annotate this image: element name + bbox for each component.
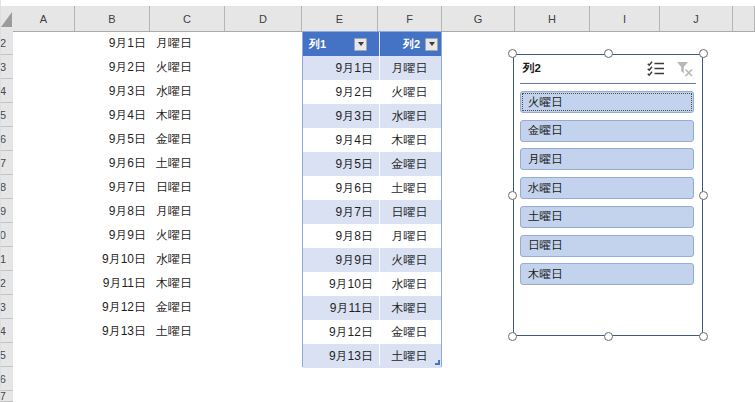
excel-table: 列1 列2 9月1日月曜日9月2日火曜日9月3日水曜日9月4日木曜日9月5日金曜… [302, 31, 442, 367]
slicer-header-divider [520, 83, 696, 84]
sheet-cell-date[interactable]: 9月7日 [75, 175, 150, 199]
slicer-item-日曜日[interactable]: 日曜日 [520, 235, 694, 257]
sheet-cell-day[interactable]: 水曜日 [150, 79, 225, 103]
selection-handle-top-left[interactable] [508, 49, 517, 58]
table-header-col1[interactable]: 列1 [303, 32, 378, 56]
selection-handle-top-right[interactable] [699, 49, 708, 58]
slicer-item-火曜日[interactable]: 火曜日 [520, 91, 694, 113]
table-header-col2-label: 列2 [403, 37, 420, 52]
sheet-cell-date[interactable]: 9月5日 [75, 127, 150, 151]
table-cell-date[interactable]: 9月4日 [303, 128, 378, 152]
sheet-cell-date[interactable]: 9月13日 [75, 319, 150, 343]
slicer-item-水曜日[interactable]: 水曜日 [520, 177, 694, 199]
sheet-cell-date[interactable]: 9月4日 [75, 103, 150, 127]
selection-handle-bottom-center[interactable] [604, 332, 613, 341]
table-cell-date[interactable]: 9月1日 [303, 56, 378, 80]
table-cell-date[interactable]: 9月9日 [303, 248, 378, 272]
table-cell-date[interactable]: 9月2日 [303, 80, 378, 104]
sheet-cell-day[interactable]: 火曜日 [150, 223, 225, 247]
table-row[interactable]: 9月12日金曜日 [303, 320, 441, 344]
sheet-cell-day[interactable]: 金曜日 [150, 127, 225, 151]
sheet-cell-date[interactable]: 9月8日 [75, 199, 150, 223]
table-cell-day[interactable]: 水曜日 [378, 104, 441, 128]
sheet-cell-date[interactable]: 9月1日 [75, 31, 150, 55]
multi-select-icon[interactable] [647, 61, 665, 77]
selection-handle-bottom-left[interactable] [508, 332, 517, 341]
table-cell-date[interactable]: 9月6日 [303, 176, 378, 200]
sheet-cell-day[interactable]: 月曜日 [150, 199, 225, 223]
slicer-title: 列2 [523, 61, 541, 76]
table-row[interactable]: 9月8日月曜日 [303, 224, 441, 248]
table-cell-day[interactable]: 木曜日 [378, 128, 441, 152]
selection-handle-middle-left[interactable] [508, 191, 517, 200]
table-cell-date[interactable]: 9月5日 [303, 152, 378, 176]
table-cell-day[interactable]: 土曜日 [378, 344, 441, 368]
sheet-cell-day[interactable]: 土曜日 [150, 319, 225, 343]
slicer-item-土曜日[interactable]: 土曜日 [520, 206, 694, 228]
table-cell-day[interactable]: 月曜日 [378, 56, 441, 80]
slicer-item-木曜日[interactable]: 木曜日 [520, 263, 694, 285]
table-header-col2[interactable]: 列2 [378, 32, 441, 56]
excel-worksheet: ABCDEFGHIJ 234567891011121314151617 9月1日… [0, 0, 755, 402]
selection-handle-bottom-right[interactable] [699, 332, 708, 341]
dropdown-arrow-icon [429, 42, 435, 46]
table-cell-day[interactable]: 金曜日 [378, 320, 441, 344]
sheet-cell-day[interactable]: 水曜日 [150, 247, 225, 271]
table-cell-day[interactable]: 水曜日 [378, 272, 441, 296]
table-cell-date[interactable]: 9月7日 [303, 200, 378, 224]
sheet-cell-date[interactable]: 9月2日 [75, 55, 150, 79]
table-row[interactable]: 9月1日月曜日 [303, 56, 441, 80]
slicer-item-月曜日[interactable]: 月曜日 [520, 148, 694, 170]
sheet-cell-date[interactable]: 9月11日 [75, 271, 150, 295]
table-cell-date[interactable]: 9月11日 [303, 296, 378, 320]
dropdown-arrow-icon [358, 42, 364, 46]
clear-filter-icon[interactable] [676, 61, 693, 77]
sheet-cell-date[interactable]: 9月6日 [75, 151, 150, 175]
sheet-cell-day[interactable]: 金曜日 [150, 295, 225, 319]
sheet-cell-date[interactable]: 9月10日 [75, 247, 150, 271]
table-header-row: 列1 列2 [303, 32, 441, 56]
sheet-cell-day[interactable]: 木曜日 [150, 271, 225, 295]
table-row[interactable]: 9月10日水曜日 [303, 272, 441, 296]
sheet-cell-date[interactable]: 9月12日 [75, 295, 150, 319]
table-row[interactable]: 9月13日土曜日 [303, 344, 441, 368]
table-resize-handle[interactable] [435, 360, 440, 365]
table-row[interactable]: 9月2日火曜日 [303, 80, 441, 104]
table-cell-day[interactable]: 木曜日 [378, 296, 441, 320]
table-cell-date[interactable]: 9月12日 [303, 320, 378, 344]
table-row[interactable]: 9月5日金曜日 [303, 152, 441, 176]
table-cell-date[interactable]: 9月13日 [303, 344, 378, 368]
table-column-divider [379, 32, 380, 366]
sheet-cell-day[interactable]: 火曜日 [150, 55, 225, 79]
sheet-cell-date[interactable]: 9月3日 [75, 79, 150, 103]
table-row[interactable]: 9月6日土曜日 [303, 176, 441, 200]
table-header-col1-label: 列1 [309, 37, 326, 52]
table-row[interactable]: 9月9日火曜日 [303, 248, 441, 272]
table-cell-day[interactable]: 火曜日 [378, 80, 441, 104]
sheet-cell-day[interactable]: 木曜日 [150, 103, 225, 127]
table-cell-day[interactable]: 土曜日 [378, 176, 441, 200]
table-cell-day[interactable]: 日曜日 [378, 200, 441, 224]
table-row[interactable]: 9月7日日曜日 [303, 200, 441, 224]
table-row[interactable]: 9月4日木曜日 [303, 128, 441, 152]
table-row[interactable]: 9月3日水曜日 [303, 104, 441, 128]
table-cell-date[interactable]: 9月10日 [303, 272, 378, 296]
selection-handle-top-center[interactable] [604, 49, 613, 58]
table-row[interactable]: 9月11日木曜日 [303, 296, 441, 320]
sheet-cell-day[interactable]: 日曜日 [150, 175, 225, 199]
table-cell-day[interactable]: 月曜日 [378, 224, 441, 248]
filter-dropdown-button-col1[interactable] [354, 38, 367, 51]
slicer-item-金曜日[interactable]: 金曜日 [520, 120, 694, 142]
slicer-列2[interactable]: 列2 火曜日金曜日月曜日水曜日土曜日日曜 [513, 54, 703, 336]
selection-handle-middle-right[interactable] [699, 191, 708, 200]
sheet-cell-day[interactable]: 土曜日 [150, 151, 225, 175]
table-cell-date[interactable]: 9月3日 [303, 104, 378, 128]
table-cell-day[interactable]: 火曜日 [378, 248, 441, 272]
table-cell-date[interactable]: 9月8日 [303, 224, 378, 248]
sheet-cell-date[interactable]: 9月9日 [75, 223, 150, 247]
filter-dropdown-button-col2[interactable] [425, 38, 438, 51]
sheet-cell-day[interactable]: 月曜日 [150, 31, 225, 55]
table-cell-day[interactable]: 金曜日 [378, 152, 441, 176]
